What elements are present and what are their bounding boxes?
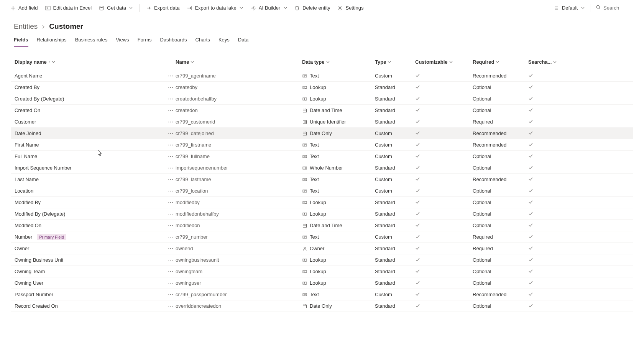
col-searchable[interactable]: Searcha... [528,59,559,65]
col-required[interactable]: Required [473,59,528,65]
table-row[interactable]: Owner⋯owneridOwnerStandardRequired [11,243,633,254]
tab-keys[interactable]: Keys [219,34,230,47]
required-cell: Recommended [473,142,528,148]
row-more-button[interactable]: ⋯ [168,165,174,171]
table-row[interactable]: Created By⋯createdbyLookupStandardOption… [11,82,633,93]
name-cell: importsequencenumber [176,165,302,171]
row-more-button[interactable]: ⋯ [168,280,174,286]
tab-forms[interactable]: Forms [138,34,152,47]
row-more-button[interactable]: ⋯ [168,176,174,183]
col-display-name[interactable]: Display name ↑ [15,59,176,65]
table-row[interactable]: Modified By (Delegate)⋯modifiedonbehalfb… [11,208,633,220]
tab-business-rules[interactable]: Business rules [75,34,108,47]
ai-builder-button[interactable]: AI Builder [248,3,289,13]
chevron-down-icon[interactable] [581,6,585,10]
datatype-cell: Text [302,153,375,159]
row-more-button[interactable]: ⋯ [168,119,174,125]
chevron-down-icon[interactable] [326,59,330,65]
name-cell: cr799_datejoined [176,130,302,136]
datatype-text: Lookup [310,280,326,286]
chevron-down-icon[interactable] [191,59,194,65]
col-name[interactable]: Name [176,59,302,65]
table-row[interactable]: Customer⋯cr799_customeridUnique Identifi… [11,116,633,128]
row-more-button[interactable]: ⋯ [168,96,174,102]
col-customizable[interactable]: Customizable [415,59,473,65]
chevron-down-icon[interactable] [496,59,499,65]
col-type[interactable]: Type [375,59,415,65]
svg-rect-10 [303,109,307,112]
table-row[interactable]: Record Created On⋯overriddencreatedonDat… [11,300,633,312]
display-name-cell: Passport Number [15,292,176,297]
tab-views[interactable]: Views [116,34,129,47]
delete-entity-button[interactable]: Delete entity [292,3,332,13]
svg-rect-32 [303,305,307,308]
row-more-button[interactable]: ⋯ [168,107,174,114]
table-row[interactable]: Modified By⋯modifiedbyLookupStandardOpti… [11,197,633,208]
row-more-button[interactable]: ⋯ [168,303,174,309]
table-row[interactable]: Import Sequence Number⋯importsequencenum… [11,162,633,174]
tab-data[interactable]: Data [238,34,248,47]
table-row[interactable]: Created By (Delegate)⋯createdonbehalfbyL… [11,93,633,105]
edit-excel-button[interactable]: Edit data in Excel [43,3,94,13]
table-row[interactable]: Passport Number⋯cr799_passportnumberText… [11,289,633,300]
tab-fields[interactable]: Fields [14,34,28,47]
tab-charts[interactable]: Charts [196,34,210,47]
table-row[interactable]: Owning User⋯owninguserLookupStandardOpti… [11,277,633,289]
row-more-button[interactable]: ⋯ [168,142,174,148]
row-more-button[interactable]: ⋯ [168,200,174,206]
environment-picker[interactable]: Default [551,3,587,13]
table-row[interactable]: Last Name⋯cr799_lastnameTextCustomRecomm… [11,174,633,185]
tab-dashboards[interactable]: Dashboards [160,34,187,47]
breadcrumb-parent[interactable]: Entities [14,22,38,31]
divider [139,4,140,12]
row-more-button[interactable]: ⋯ [168,73,174,79]
table-row[interactable]: Owning Team⋯owningteamLookupStandardOpti… [11,266,633,277]
chevron-down-icon[interactable] [449,59,453,65]
svg-point-30 [304,282,305,284]
table-row[interactable]: Agent Name⋯cr799_agentnameTextCustomReco… [11,70,633,82]
number-type-icon [302,165,307,171]
table-row[interactable]: Location⋯cr799_locationTextCustomOptiona… [11,185,633,197]
tab-relationships[interactable]: Relationships [37,34,67,47]
table-row[interactable]: First Name⋯cr799_firstnameTextCustomReco… [11,139,633,151]
export-data-button[interactable]: Export data [143,3,182,13]
chevron-down-icon[interactable] [553,59,557,65]
settings-button[interactable]: Settings [335,3,366,13]
breadcrumb: Entities Customer [0,16,644,34]
settings-label: Settings [345,5,363,11]
col-data-type[interactable]: Data type [302,59,375,65]
row-more-button[interactable]: ⋯ [168,269,174,275]
get-data-label: Get data [107,5,126,11]
row-more-button[interactable]: ⋯ [168,234,174,240]
chevron-down-icon[interactable] [129,6,133,10]
row-more-button[interactable]: ⋯ [168,130,174,137]
searchable-check-icon [528,303,559,309]
searchable-check-icon [528,142,559,148]
row-more-button[interactable]: ⋯ [168,292,174,298]
datatype-cell: Text [302,142,375,148]
row-more-button[interactable]: ⋯ [168,188,174,194]
table-row[interactable]: NumberPrimary Field⋯cr799_numberTextCust… [11,231,633,243]
table-row[interactable]: Full Name⋯cr799_fullnameTextCustomOption… [11,151,633,162]
add-field-button[interactable]: Add field [8,3,40,13]
chevron-down-icon[interactable] [388,59,391,65]
row-more-button[interactable]: ⋯ [168,84,174,91]
customizable-check-icon [415,292,473,298]
row-more-button[interactable]: ⋯ [168,246,174,252]
required-cell: Required [473,119,528,125]
table-row[interactable]: Owning Business Unit⋯owningbusinessunitL… [11,254,633,266]
export-lake-button[interactable]: Export to data lake [184,3,245,13]
chevron-down-icon[interactable] [283,6,287,10]
table-row[interactable]: Created On⋯createdonDate and TimeStandar… [11,105,633,116]
row-more-button[interactable]: ⋯ [168,223,174,229]
chevron-down-icon[interactable] [240,6,243,10]
row-more-button[interactable]: ⋯ [168,257,174,263]
table-row[interactable]: Date Joined⋯cr799_datejoinedDate OnlyCus… [11,128,633,139]
row-more-button[interactable]: ⋯ [168,153,174,160]
get-data-button[interactable]: Get data [96,3,135,13]
chevron-down-icon[interactable] [52,59,55,65]
search-box[interactable] [593,3,636,13]
search-input[interactable] [603,5,634,11]
row-more-button[interactable]: ⋯ [168,211,174,217]
table-row[interactable]: Modified On⋯modifiedonDate and TimeStand… [11,220,633,231]
